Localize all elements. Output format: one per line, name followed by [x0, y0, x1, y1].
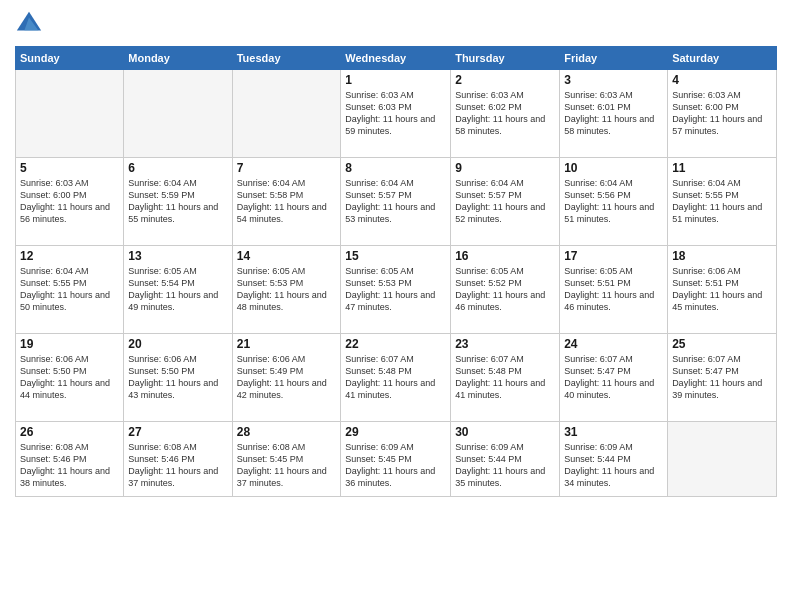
day-info: Sunrise: 6:04 AM Sunset: 5:57 PM Dayligh…	[455, 177, 555, 226]
calendar-week-row: 26Sunrise: 6:08 AM Sunset: 5:46 PM Dayli…	[16, 422, 777, 497]
calendar-cell: 20Sunrise: 6:06 AM Sunset: 5:50 PM Dayli…	[124, 334, 232, 422]
calendar-cell: 2Sunrise: 6:03 AM Sunset: 6:02 PM Daylig…	[451, 70, 560, 158]
page: Sunday Monday Tuesday Wednesday Thursday…	[0, 0, 792, 612]
calendar-cell: 21Sunrise: 6:06 AM Sunset: 5:49 PM Dayli…	[232, 334, 341, 422]
calendar-cell	[668, 422, 777, 497]
day-number: 27	[128, 425, 227, 439]
day-number: 25	[672, 337, 772, 351]
day-number: 6	[128, 161, 227, 175]
day-info: Sunrise: 6:03 AM Sunset: 6:03 PM Dayligh…	[345, 89, 446, 138]
day-number: 30	[455, 425, 555, 439]
calendar-cell	[124, 70, 232, 158]
header-wednesday: Wednesday	[341, 47, 451, 70]
day-number: 19	[20, 337, 119, 351]
day-info: Sunrise: 6:03 AM Sunset: 6:01 PM Dayligh…	[564, 89, 663, 138]
calendar-cell: 19Sunrise: 6:06 AM Sunset: 5:50 PM Dayli…	[16, 334, 124, 422]
day-info: Sunrise: 6:05 AM Sunset: 5:54 PM Dayligh…	[128, 265, 227, 314]
day-number: 24	[564, 337, 663, 351]
calendar-week-row: 5Sunrise: 6:03 AM Sunset: 6:00 PM Daylig…	[16, 158, 777, 246]
calendar-cell: 17Sunrise: 6:05 AM Sunset: 5:51 PM Dayli…	[560, 246, 668, 334]
day-number: 17	[564, 249, 663, 263]
calendar-cell: 23Sunrise: 6:07 AM Sunset: 5:48 PM Dayli…	[451, 334, 560, 422]
day-number: 1	[345, 73, 446, 87]
calendar-cell: 18Sunrise: 6:06 AM Sunset: 5:51 PM Dayli…	[668, 246, 777, 334]
header-tuesday: Tuesday	[232, 47, 341, 70]
day-info: Sunrise: 6:08 AM Sunset: 5:46 PM Dayligh…	[128, 441, 227, 490]
calendar-cell: 30Sunrise: 6:09 AM Sunset: 5:44 PM Dayli…	[451, 422, 560, 497]
weekday-header-row: Sunday Monday Tuesday Wednesday Thursday…	[16, 47, 777, 70]
calendar-cell: 26Sunrise: 6:08 AM Sunset: 5:46 PM Dayli…	[16, 422, 124, 497]
calendar-cell: 11Sunrise: 6:04 AM Sunset: 5:55 PM Dayli…	[668, 158, 777, 246]
day-info: Sunrise: 6:08 AM Sunset: 5:45 PM Dayligh…	[237, 441, 337, 490]
day-info: Sunrise: 6:06 AM Sunset: 5:50 PM Dayligh…	[128, 353, 227, 402]
day-info: Sunrise: 6:03 AM Sunset: 6:00 PM Dayligh…	[20, 177, 119, 226]
header-monday: Monday	[124, 47, 232, 70]
day-number: 8	[345, 161, 446, 175]
day-number: 3	[564, 73, 663, 87]
calendar-week-row: 1Sunrise: 6:03 AM Sunset: 6:03 PM Daylig…	[16, 70, 777, 158]
day-info: Sunrise: 6:04 AM Sunset: 5:56 PM Dayligh…	[564, 177, 663, 226]
day-info: Sunrise: 6:07 AM Sunset: 5:48 PM Dayligh…	[345, 353, 446, 402]
day-info: Sunrise: 6:04 AM Sunset: 5:58 PM Dayligh…	[237, 177, 337, 226]
day-number: 23	[455, 337, 555, 351]
calendar-cell	[232, 70, 341, 158]
logo-icon	[15, 10, 43, 38]
day-number: 16	[455, 249, 555, 263]
day-info: Sunrise: 6:09 AM Sunset: 5:45 PM Dayligh…	[345, 441, 446, 490]
calendar-cell: 1Sunrise: 6:03 AM Sunset: 6:03 PM Daylig…	[341, 70, 451, 158]
calendar-cell: 9Sunrise: 6:04 AM Sunset: 5:57 PM Daylig…	[451, 158, 560, 246]
day-info: Sunrise: 6:09 AM Sunset: 5:44 PM Dayligh…	[564, 441, 663, 490]
calendar-cell: 31Sunrise: 6:09 AM Sunset: 5:44 PM Dayli…	[560, 422, 668, 497]
calendar-cell: 28Sunrise: 6:08 AM Sunset: 5:45 PM Dayli…	[232, 422, 341, 497]
day-info: Sunrise: 6:07 AM Sunset: 5:47 PM Dayligh…	[672, 353, 772, 402]
day-number: 9	[455, 161, 555, 175]
day-number: 29	[345, 425, 446, 439]
header	[15, 10, 777, 38]
day-number: 21	[237, 337, 337, 351]
day-info: Sunrise: 6:05 AM Sunset: 5:51 PM Dayligh…	[564, 265, 663, 314]
day-info: Sunrise: 6:04 AM Sunset: 5:59 PM Dayligh…	[128, 177, 227, 226]
day-number: 2	[455, 73, 555, 87]
calendar-cell: 29Sunrise: 6:09 AM Sunset: 5:45 PM Dayli…	[341, 422, 451, 497]
calendar-cell: 25Sunrise: 6:07 AM Sunset: 5:47 PM Dayli…	[668, 334, 777, 422]
day-number: 20	[128, 337, 227, 351]
calendar-cell: 13Sunrise: 6:05 AM Sunset: 5:54 PM Dayli…	[124, 246, 232, 334]
day-info: Sunrise: 6:05 AM Sunset: 5:53 PM Dayligh…	[237, 265, 337, 314]
day-info: Sunrise: 6:03 AM Sunset: 6:02 PM Dayligh…	[455, 89, 555, 138]
header-thursday: Thursday	[451, 47, 560, 70]
calendar-cell: 16Sunrise: 6:05 AM Sunset: 5:52 PM Dayli…	[451, 246, 560, 334]
day-info: Sunrise: 6:04 AM Sunset: 5:55 PM Dayligh…	[672, 177, 772, 226]
calendar-cell: 12Sunrise: 6:04 AM Sunset: 5:55 PM Dayli…	[16, 246, 124, 334]
calendar-cell: 6Sunrise: 6:04 AM Sunset: 5:59 PM Daylig…	[124, 158, 232, 246]
day-number: 15	[345, 249, 446, 263]
day-number: 18	[672, 249, 772, 263]
day-info: Sunrise: 6:06 AM Sunset: 5:50 PM Dayligh…	[20, 353, 119, 402]
calendar-cell: 24Sunrise: 6:07 AM Sunset: 5:47 PM Dayli…	[560, 334, 668, 422]
calendar-cell: 8Sunrise: 6:04 AM Sunset: 5:57 PM Daylig…	[341, 158, 451, 246]
day-info: Sunrise: 6:03 AM Sunset: 6:00 PM Dayligh…	[672, 89, 772, 138]
day-info: Sunrise: 6:04 AM Sunset: 5:55 PM Dayligh…	[20, 265, 119, 314]
calendar-cell: 7Sunrise: 6:04 AM Sunset: 5:58 PM Daylig…	[232, 158, 341, 246]
day-number: 10	[564, 161, 663, 175]
day-info: Sunrise: 6:06 AM Sunset: 5:49 PM Dayligh…	[237, 353, 337, 402]
day-info: Sunrise: 6:06 AM Sunset: 5:51 PM Dayligh…	[672, 265, 772, 314]
day-number: 5	[20, 161, 119, 175]
calendar-cell: 5Sunrise: 6:03 AM Sunset: 6:00 PM Daylig…	[16, 158, 124, 246]
day-number: 11	[672, 161, 772, 175]
day-number: 26	[20, 425, 119, 439]
calendar-cell: 14Sunrise: 6:05 AM Sunset: 5:53 PM Dayli…	[232, 246, 341, 334]
calendar-cell: 3Sunrise: 6:03 AM Sunset: 6:01 PM Daylig…	[560, 70, 668, 158]
day-number: 14	[237, 249, 337, 263]
day-info: Sunrise: 6:07 AM Sunset: 5:47 PM Dayligh…	[564, 353, 663, 402]
calendar-cell: 15Sunrise: 6:05 AM Sunset: 5:53 PM Dayli…	[341, 246, 451, 334]
calendar-cell: 27Sunrise: 6:08 AM Sunset: 5:46 PM Dayli…	[124, 422, 232, 497]
day-info: Sunrise: 6:09 AM Sunset: 5:44 PM Dayligh…	[455, 441, 555, 490]
day-number: 31	[564, 425, 663, 439]
header-friday: Friday	[560, 47, 668, 70]
day-info: Sunrise: 6:04 AM Sunset: 5:57 PM Dayligh…	[345, 177, 446, 226]
calendar-cell: 22Sunrise: 6:07 AM Sunset: 5:48 PM Dayli…	[341, 334, 451, 422]
day-number: 12	[20, 249, 119, 263]
day-info: Sunrise: 6:07 AM Sunset: 5:48 PM Dayligh…	[455, 353, 555, 402]
header-saturday: Saturday	[668, 47, 777, 70]
day-number: 4	[672, 73, 772, 87]
